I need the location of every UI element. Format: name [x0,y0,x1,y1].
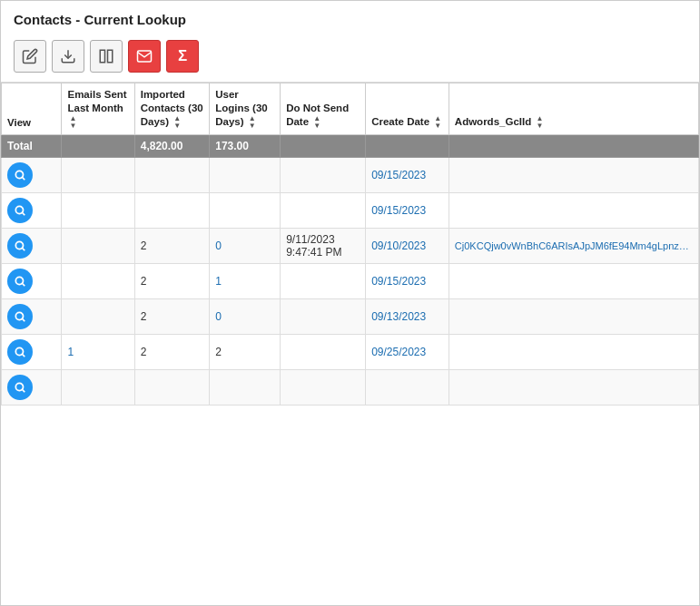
row-logins: 1 [210,263,281,298]
row-emails [62,369,134,405]
row-adwords [449,298,698,334]
total-imported: 4,820.00 [134,134,210,157]
row-view [2,369,62,405]
total-label: Total [2,134,62,157]
svg-rect-2 [108,50,113,63]
search-button[interactable] [7,162,33,188]
svg-point-7 [15,241,23,249]
search-button[interactable] [7,304,33,329]
search-button[interactable] [7,339,33,365]
col-header-imported[interactable]: Imported Contacts (30 Days) ▲▼ [134,83,210,135]
row-donotsend [281,298,366,334]
row-imported: 2 [134,228,210,263]
page-container: Contacts - Current Lookup [0,0,700,606]
row-create [366,369,449,405]
edit-button[interactable] [14,40,46,73]
row-adwords [449,192,698,228]
sigma-button[interactable]: Σ [166,40,199,73]
svg-line-16 [23,390,25,393]
download-button[interactable] [52,40,84,73]
row-create: 09/25/2023 [366,334,449,369]
total-logins: 173.00 [210,134,281,157]
row-donotsend [281,369,366,405]
svg-line-12 [23,319,25,322]
row-logins: 2 [210,334,281,369]
total-emails [62,134,134,157]
row-view [2,228,62,263]
email-button[interactable] [128,40,161,73]
svg-line-8 [23,249,25,251]
svg-line-10 [23,284,25,287]
sort-arrows-create: ▲▼ [434,115,441,130]
svg-rect-1 [100,50,104,63]
columns-button[interactable] [90,40,123,73]
table-row: 1 2 2 09/25/2023 [2,334,699,369]
table-row: 2 1 09/15/2023 [2,263,699,298]
row-create: 09/15/2023 [366,192,449,228]
row-imported: 2 [134,298,210,334]
search-button[interactable] [7,198,33,223]
search-button[interactable] [7,233,33,259]
col-header-logins[interactable]: User Logins (30 Days) ▲▼ [210,83,281,135]
svg-point-5 [15,206,23,213]
col-header-emails[interactable]: Emails Sent Last Month ▲▼ [62,83,134,135]
svg-point-9 [15,277,23,284]
search-button[interactable] [7,269,33,294]
col-header-view: View [2,83,62,135]
table-wrapper: View Emails Sent Last Month ▲▼ Imported … [1,83,699,406]
table-header-row: View Emails Sent Last Month ▲▼ Imported … [2,83,699,135]
row-adwords [449,263,698,298]
row-view [2,157,62,192]
row-imported [134,157,210,192]
row-emails [62,192,134,228]
toolbar: Σ [1,34,699,83]
table-row: 2 0 9/11/2023 9:47:41 PM 09/10/2023 Cj0K… [2,228,699,263]
svg-line-6 [23,213,25,216]
search-button[interactable] [7,375,33,400]
row-logins [210,192,281,228]
sort-arrows-donotsend: ▲▼ [313,115,320,130]
row-imported: 2 [134,263,210,298]
svg-point-15 [15,383,23,390]
sort-arrows-emails: ▲▼ [69,115,76,130]
total-adwords [449,134,698,157]
total-create [366,134,449,157]
row-create: 09/15/2023 [366,263,449,298]
total-row: Total 4,820.00 173.00 [2,134,699,157]
total-donotsend [281,134,366,157]
row-adwords [449,157,698,192]
row-imported [134,369,210,405]
row-create: 09/15/2023 [366,157,449,192]
row-donotsend [281,263,366,298]
row-logins: 0 [210,228,281,263]
svg-point-13 [15,347,23,355]
row-create: 09/10/2023 [366,228,449,263]
row-donotsend: 9/11/2023 9:47:41 PM [281,228,366,263]
table-row [2,369,699,405]
table-row: 2 0 09/13/2023 [2,298,699,334]
col-header-adwords[interactable]: Adwords_GcIId ▲▼ [449,83,698,135]
row-donotsend [281,334,366,369]
row-imported [134,192,210,228]
sort-arrows-adwords: ▲▼ [536,115,543,130]
sort-arrows-imported: ▲▼ [173,115,181,130]
row-adwords [449,369,698,405]
table-row: 09/15/2023 [2,157,699,192]
row-emails [62,263,134,298]
row-adwords: Cj0KCQjw0vWnBhC6ARIsAJpJM6fE94Mm4gLpnzKS… [449,228,698,263]
row-adwords [449,334,698,369]
row-logins [210,369,281,405]
row-view [2,298,62,334]
svg-point-11 [15,312,23,319]
page-title: Contacts - Current Lookup [1,1,699,34]
row-view [2,334,62,369]
svg-line-4 [23,178,25,181]
col-header-create[interactable]: Create Date ▲▼ [366,83,449,135]
col-header-donotsend[interactable]: Do Not Send Date ▲▼ [281,83,366,135]
row-create: 09/13/2023 [366,298,449,334]
row-view [2,263,62,298]
row-emails [62,298,134,334]
sort-arrows-logins: ▲▼ [249,115,256,130]
contacts-table: View Emails Sent Last Month ▲▼ Imported … [1,83,699,406]
sigma-icon: Σ [178,47,187,65]
